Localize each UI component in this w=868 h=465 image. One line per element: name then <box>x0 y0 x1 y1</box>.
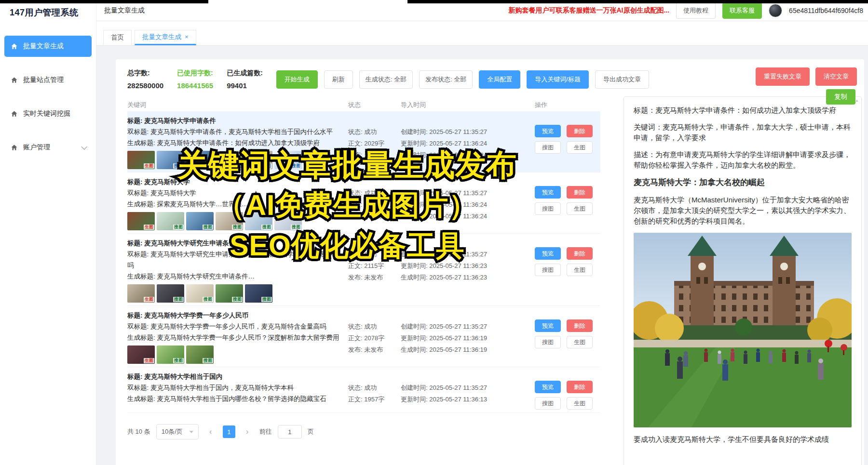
refresh-button[interactable]: 刷新 <box>324 70 353 89</box>
generate-image-button[interactable]: 生图 <box>567 336 593 348</box>
article-thumbnail[interactable]: 搜图 <box>186 151 214 169</box>
import-keywords-button[interactable]: 导入关键词/标题 <box>527 70 589 89</box>
article-thumbnail[interactable]: 生图 <box>127 151 155 169</box>
search-image-button[interactable]: 搜图 <box>535 264 561 276</box>
article-thumbnail[interactable]: 搜图 <box>274 151 302 169</box>
publish-status-select[interactable]: 发布状态: 全部 <box>419 70 473 89</box>
generate-image-button[interactable]: 生图 <box>567 397 593 410</box>
generate-image-button[interactable]: 生图 <box>567 141 593 154</box>
tab-bar: 首页 批量文章生成× <box>96 21 868 46</box>
article-thumbnail[interactable]: 搜图 <box>245 212 272 230</box>
article-title: 标题: 麦克马斯特大学申请条件 <box>127 115 344 126</box>
preview-tail-text: 要成功入读麦克马斯特大学，学生不但要具备良好的学术成绩 <box>634 434 852 445</box>
contact-support-button[interactable]: 联系客服 <box>722 2 762 19</box>
preview-button[interactable]: 预览 <box>535 186 561 199</box>
action-cell: 预览删除 搜图生图 <box>521 115 600 169</box>
clear-articles-button[interactable]: 清空文章 <box>815 67 857 86</box>
search-image-button[interactable]: 搜图 <box>535 397 561 410</box>
table-row[interactable]: 标题: 麦克马斯特大学学费一年多少人民币 双标题: 麦克马斯特大学学费一年多少人… <box>127 306 600 367</box>
sidebar-item-keyword-mining[interactable]: 实时关键词挖掘 <box>4 103 92 124</box>
campus-photo <box>634 233 852 427</box>
prev-page-button[interactable]: ‹ <box>204 425 217 438</box>
sidebar-item-account[interactable]: 账户管理 <box>4 137 92 158</box>
thumbnail-badge: 搜图 <box>232 225 243 230</box>
article-gen-title: 生成标题: 麦克马斯特大学申请条件：如何成功进入加拿大顶级学府 <box>127 137 344 148</box>
updated-time: 更新时间: 2025-05-27 11:36:24 <box>401 138 521 149</box>
search-image-button[interactable]: 搜图 <box>535 336 561 348</box>
start-generate-button[interactable]: 开始生成 <box>276 70 318 89</box>
article-thumbnail[interactable]: 生图 <box>127 212 155 230</box>
triangle-up-icon[interactable]: ▲ <box>855 98 859 103</box>
page-size-select[interactable]: 10条/页 <box>156 424 199 439</box>
pagination: 共 10 条 10条/页 ‹ 1 › 前往 页 <box>127 424 314 439</box>
article-thumbnail[interactable]: 搜图 <box>157 212 184 230</box>
article-dual-title: 双标题: 麦克马斯特大学相当于国内，麦克马斯特大学本科 <box>127 382 344 393</box>
article-thumbnail[interactable]: 搜图 <box>245 284 272 303</box>
column-header-operation: 操作 <box>521 101 600 109</box>
delete-button[interactable]: 删除 <box>567 319 593 332</box>
created-time: 创建时间: 2025-05-27 11:35:27 <box>401 187 521 199</box>
preview-button[interactable]: 预览 <box>535 381 561 393</box>
table-row[interactable]: 标题: 麦克马斯特大学研究生申请条件 双标题: 麦克马斯特大学研究生申请条件，麦… <box>127 234 600 306</box>
generate-image-button[interactable]: 生图 <box>567 264 593 276</box>
goto-page-input[interactable] <box>278 425 302 438</box>
created-time: 创建时间: 2025-05-27 11:35:27 <box>401 126 521 138</box>
article-thumbnail[interactable]: 搜图 <box>157 151 184 169</box>
tab-batch-article[interactable]: 批量文章生成× <box>135 30 196 45</box>
delete-button[interactable]: 删除 <box>567 125 593 137</box>
tutorial-button[interactable]: 使用教程 <box>676 2 716 19</box>
home-icon <box>11 110 18 118</box>
select-value: 生成状态: 全部 <box>366 75 407 84</box>
article-thumbnail[interactable]: 生图 <box>127 284 155 303</box>
export-success-button[interactable]: 导出成功文章 <box>595 70 649 89</box>
created-time: 创建时间: 2025-05-27 11:35:27 <box>401 321 521 332</box>
action-cell: 预览删除 搜图生图 <box>521 310 600 364</box>
article-thumbnail[interactable]: 搜图 <box>245 151 272 169</box>
generate-image-button[interactable]: 生图 <box>567 202 593 215</box>
thumbnail-badge: 生图 <box>144 358 154 363</box>
preview-button[interactable]: 预览 <box>535 319 561 332</box>
article-thumbnail[interactable]: 搜图 <box>274 212 302 230</box>
article-thumbnail[interactable]: 生图 <box>127 345 155 364</box>
article-thumbnail[interactable]: 搜图 <box>186 284 214 303</box>
time-cell: 创建时间: 2025-05-27 11:35:27 更新时间: 2025-05-… <box>401 115 521 169</box>
thumbnail-badge: 搜图 <box>203 163 213 169</box>
table-row[interactable]: 标题: 麦克马斯特大学相当于国内 双标题: 麦克马斯特大学相当于国内，麦克马斯特… <box>127 367 600 413</box>
close-icon[interactable]: × <box>185 33 189 40</box>
search-image-button[interactable]: 搜图 <box>535 141 561 154</box>
copy-button[interactable]: 复制 <box>826 89 855 105</box>
page-number-button[interactable]: 1 <box>223 425 235 438</box>
sidebar-item-label: 批量站点管理 <box>23 76 64 84</box>
generate-status-select[interactable]: 生成状态: 全部 <box>359 70 413 89</box>
article-thumbnail[interactable]: 搜图 <box>216 212 243 230</box>
delete-button[interactable]: 删除 <box>567 381 593 393</box>
article-thumbnail[interactable]: 搜图 <box>216 284 243 303</box>
article-thumbnail[interactable]: 搜图 <box>186 345 214 364</box>
next-page-button[interactable]: › <box>241 425 254 438</box>
search-image-button[interactable]: 搜图 <box>535 202 561 215</box>
action-cell: 预览删除 搜图生图 <box>521 238 600 303</box>
delete-button[interactable]: 删除 <box>567 247 593 260</box>
article-thumbnail[interactable]: 搜图 <box>157 345 184 364</box>
delete-button[interactable]: 删除 <box>567 186 593 199</box>
status-cell: 状态: 成功 正文: 1957字 <box>348 371 401 410</box>
preview-button[interactable]: 预览 <box>535 247 561 260</box>
words-line: 正文: 2110字 <box>348 199 401 211</box>
reset-failed-button[interactable]: 重置失败文章 <box>756 67 810 86</box>
thumbnail-strip: 生图搜图搜图搜图搜图 <box>127 284 344 303</box>
global-config-button[interactable]: 全局配置 <box>479 70 520 89</box>
announcement-text[interactable]: 新购套餐用户可联系客服赠送一万张AI原创生成配图... <box>508 6 669 15</box>
sidebar-item-batch-article[interactable]: 批量文章生成 <box>4 36 92 57</box>
tab-home[interactable]: 首页 <box>103 30 132 45</box>
table-row[interactable]: 标题: 麦克马斯特大学申请条件 双标题: 麦克马斯特大学申请条件，麦克马斯特大学… <box>127 111 600 173</box>
publish-line: 发布: 未发布 <box>348 272 401 283</box>
created-time: 创建时间: 2025-05-27 11:35:27 <box>401 382 521 394</box>
article-thumbnail[interactable]: 搜图 <box>216 151 243 169</box>
article-thumbnail[interactable]: 搜图 <box>186 212 214 230</box>
article-thumbnail[interactable]: 搜图 <box>157 284 184 303</box>
preview-button[interactable]: 预览 <box>535 125 561 137</box>
avatar[interactable] <box>769 4 782 17</box>
sidebar-item-batch-sites[interactable]: 批量站点管理 <box>4 69 92 91</box>
table-row[interactable]: 标题: 麦克马斯特大学 双标题: 麦克马斯特大学 生成标题: 探索麦克马斯特大学… <box>127 173 600 234</box>
publish-line: 发布: 未发布 <box>348 211 401 222</box>
